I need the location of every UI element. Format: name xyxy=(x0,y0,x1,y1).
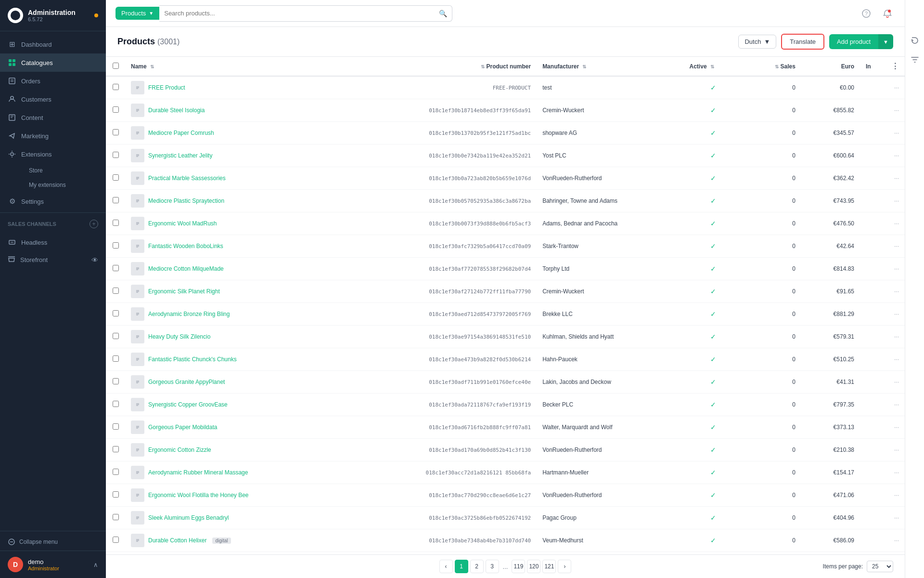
product-name-link[interactable]: Durable Steel Isologia xyxy=(148,107,205,114)
row-actions-cell[interactable]: ··· xyxy=(886,371,905,394)
row-checkbox[interactable] xyxy=(113,378,119,384)
number-sort-icon[interactable]: ⇅ xyxy=(481,64,485,69)
row-checkbox[interactable] xyxy=(113,310,119,316)
row-checkbox[interactable] xyxy=(113,423,119,430)
row-actions-cell[interactable]: ··· xyxy=(886,507,905,529)
pagination-next-button[interactable]: › xyxy=(558,560,571,573)
sidebar-item-extensions[interactable]: Extensions xyxy=(0,145,106,163)
active-sort-icon[interactable]: ⇅ xyxy=(710,64,714,69)
row-actions-cell[interactable]: ··· xyxy=(886,416,905,439)
row-actions-cell[interactable]: ··· xyxy=(886,235,905,258)
user-menu-chevron-icon[interactable]: ∧ xyxy=(93,561,98,568)
sales-sort-icon[interactable]: ⇅ xyxy=(775,64,779,69)
product-name-link[interactable]: Mediocre Cotton MilqueMade xyxy=(148,265,224,272)
pagination-page-1[interactable]: 1 xyxy=(455,560,468,573)
row-checkbox[interactable] xyxy=(113,242,119,249)
manufacturer-sort-icon[interactable]: ⇅ xyxy=(582,64,586,69)
row-actions-cell[interactable]: ··· xyxy=(886,76,905,99)
pagination-page-119[interactable]: 119 xyxy=(512,560,525,573)
row-actions-cell[interactable]: ··· xyxy=(886,99,905,122)
add-sales-channel-button[interactable]: + xyxy=(90,220,98,228)
sidebar-item-dashboard[interactable]: ⊞ Dashboard xyxy=(0,35,106,53)
row-actions-cell[interactable]: ··· xyxy=(886,394,905,416)
sidebar-item-store[interactable]: Store xyxy=(21,163,106,178)
product-name-link[interactable]: Aerodynamic Bronze Ring Bling xyxy=(148,311,230,317)
product-name-link[interactable]: Gorgeous Granite AppyPlanet xyxy=(148,379,225,385)
row-actions-cell[interactable]: ··· xyxy=(886,212,905,235)
row-actions-cell[interactable]: ··· xyxy=(886,461,905,484)
items-per-page-select[interactable]: 25 50 100 xyxy=(867,561,893,572)
row-checkbox[interactable] xyxy=(113,197,119,203)
sidebar-item-marketing[interactable]: Marketing xyxy=(0,127,106,145)
row-actions-cell[interactable]: ··· xyxy=(886,190,905,212)
language-dropdown[interactable]: Dutch ▼ xyxy=(738,35,776,49)
help-icon[interactable]: ? xyxy=(859,6,874,21)
row-checkbox[interactable] xyxy=(113,401,119,407)
search-tab-products[interactable]: Products ▼ xyxy=(116,7,159,20)
product-name-link[interactable]: Synergistic Copper GroovEase xyxy=(148,401,228,408)
row-actions-cell[interactable]: ··· xyxy=(886,280,905,303)
product-name-link[interactable]: Aerodynamic Rubber Mineral Massage xyxy=(148,469,248,476)
row-checkbox[interactable] xyxy=(113,537,119,543)
product-name-link[interactable]: Ergonomic Wool MadRush xyxy=(148,220,217,227)
product-name-link[interactable]: Mediocre Plastic Spraytection xyxy=(148,197,224,204)
pagination-page-2[interactable]: 2 xyxy=(470,560,484,573)
row-checkbox[interactable] xyxy=(113,469,119,475)
notifications-icon[interactable] xyxy=(880,6,895,21)
sidebar-item-storefront[interactable]: Storefront 👁 xyxy=(0,251,106,268)
row-actions-cell[interactable]: ··· xyxy=(886,167,905,190)
row-actions-cell[interactable]: ··· xyxy=(886,484,905,507)
product-name-link[interactable]: Heavy Duty Silk Zilencio xyxy=(148,333,210,340)
collapse-menu-button[interactable]: Collapse menu xyxy=(0,533,106,551)
sidebar-item-customers[interactable]: Customers xyxy=(0,90,106,108)
row-checkbox[interactable] xyxy=(113,265,119,271)
product-name-link[interactable]: Practical Marble Sassessories xyxy=(148,175,226,182)
product-name-link[interactable]: FREE Product xyxy=(148,84,185,91)
row-actions-cell[interactable]: ··· xyxy=(886,529,905,552)
sidebar-item-settings[interactable]: ⚙ Settings xyxy=(0,192,106,210)
product-name-link[interactable]: Synergistic Leather Jelity xyxy=(148,152,212,159)
add-product-button[interactable]: Add product xyxy=(829,34,878,49)
row-checkbox[interactable] xyxy=(113,174,119,181)
row-checkbox[interactable] xyxy=(113,514,119,520)
product-name-link[interactable]: Fantastic Wooden BoboLinks xyxy=(148,243,223,250)
row-checkbox[interactable] xyxy=(113,288,119,294)
add-product-dropdown-button[interactable]: ▼ xyxy=(878,34,893,49)
row-checkbox[interactable] xyxy=(113,106,119,113)
search-input[interactable] xyxy=(164,10,439,17)
row-actions-cell[interactable]: ··· xyxy=(886,144,905,167)
sidebar-item-headless[interactable]: Headless xyxy=(0,233,106,251)
th-col-settings[interactable]: ⋮ xyxy=(886,57,905,76)
pagination-prev-button[interactable]: ‹ xyxy=(439,560,453,573)
row-actions-cell[interactable]: ··· xyxy=(886,258,905,280)
row-actions-cell[interactable]: ··· xyxy=(886,122,905,144)
product-name-link[interactable]: Gorgeous Paper Mobildata xyxy=(148,424,217,431)
sidebar-item-content[interactable]: Content xyxy=(0,108,106,127)
row-checkbox[interactable] xyxy=(113,220,119,226)
translate-button[interactable]: Translate xyxy=(781,34,824,50)
row-actions-cell[interactable]: ··· xyxy=(886,326,905,348)
product-name-link[interactable]: Fantastic Plastic Chunck's Chunks xyxy=(148,356,237,363)
sidebar-item-orders[interactable]: Orders xyxy=(0,72,106,90)
row-checkbox[interactable] xyxy=(113,129,119,135)
product-name-link[interactable]: Sleek Aluminum Eggs Benadryl xyxy=(148,514,229,521)
row-checkbox[interactable] xyxy=(113,333,119,339)
sidebar-item-catalogues[interactable]: Catalogues xyxy=(0,53,106,72)
filter-icon[interactable] xyxy=(907,52,923,67)
row-checkbox[interactable] xyxy=(113,355,119,362)
row-checkbox[interactable] xyxy=(113,152,119,158)
product-name-link[interactable]: Ergonomic Cotton Zizzle xyxy=(148,447,211,453)
reset-icon[interactable] xyxy=(907,33,923,48)
row-actions-cell[interactable]: ··· xyxy=(886,348,905,371)
row-checkbox[interactable] xyxy=(113,446,119,452)
name-sort-icon[interactable]: ⇅ xyxy=(150,64,154,69)
row-checkbox[interactable] xyxy=(113,84,119,90)
select-all-checkbox[interactable] xyxy=(113,63,119,69)
sidebar-item-my-extensions[interactable]: My extensions xyxy=(21,178,106,192)
pagination-page-121[interactable]: 121 xyxy=(542,560,556,573)
row-actions-cell[interactable]: ··· xyxy=(886,439,905,461)
product-name-link[interactable]: Ergonomic Wool Flotilla the Honey Bee xyxy=(148,492,249,499)
product-name-link[interactable]: Durable Cotton Helixer xyxy=(148,537,206,544)
product-name-link[interactable]: Mediocre Paper Comrush xyxy=(148,130,214,136)
row-checkbox[interactable] xyxy=(113,491,119,498)
